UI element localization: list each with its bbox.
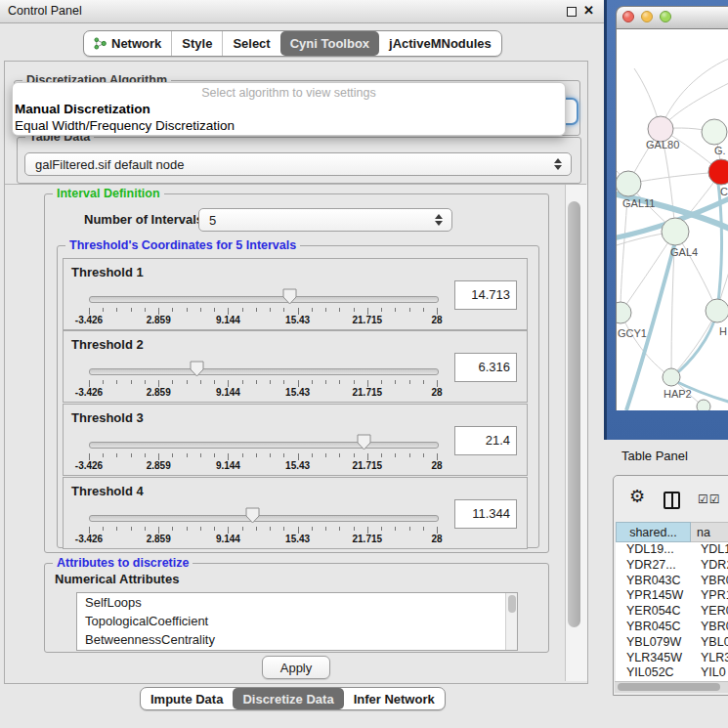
slider-track[interactable] [89,368,439,375]
tab-jactivemnodules[interactable]: jActiveMNodules [379,31,501,56]
network-node[interactable] [697,400,710,410]
slider-thumb[interactable] [357,434,371,450]
dropdown-option-manual-discretization[interactable]: Manual Discretization [15,102,150,116]
network-node[interactable] [702,119,727,145]
tab-select[interactable]: Select [222,31,279,56]
tab-network[interactable]: Network [84,31,171,56]
table-cell[interactable]: YLR3 [701,651,728,664]
tick-mark [116,527,117,531]
number-of-intervals-label: Number of Intervals [84,212,203,227]
list-item-selfloops[interactable]: SelfLoops [77,593,517,612]
gear-icon[interactable]: ⚙ [629,488,645,505]
list-scrollbar-thumb[interactable] [508,595,516,613]
tick-mark [158,380,159,387]
tick-mark [312,453,313,457]
tab-style[interactable]: Style [171,31,222,56]
table-cell[interactable]: YDL19... [626,542,674,556]
table-cell[interactable]: YBR043C [626,574,681,587]
dropdown-option-equal-width-frequency[interactable]: Equal Width/Frequency Discretization [15,118,235,133]
split-column-icon[interactable] [664,492,680,509]
tab-select-label: Select [233,36,270,51]
table-cell[interactable]: YPR145W [626,588,683,602]
main-scrollbar-thumb[interactable] [568,201,580,627]
numerical-attributes-label: Numerical Attributes [55,572,179,586]
close-icon[interactable]: ✕ [583,3,594,18]
close-button[interactable] [622,11,634,22]
column-header-shared-[interactable]: shared... [616,522,691,542]
network-node[interactable] [617,302,631,323]
table-cell[interactable]: YDL1 [701,542,728,556]
tick-mark [298,308,299,315]
table-cell[interactable]: YBR045C [626,620,681,633]
tick-label: -3.426 [75,315,103,325]
tick-mark [381,308,382,312]
table-cell[interactable]: YER054C [626,604,681,618]
slider-track[interactable] [89,442,439,449]
table-cell[interactable]: YDR27... [626,558,676,572]
node-label: H [719,325,727,337]
network-canvas[interactable]: GAL80G.CGAL11GAL4GCY1HHAP2 [616,29,728,410]
slider-thumb[interactable] [245,507,260,524]
zoom-button[interactable] [660,11,671,22]
threshold-value-input[interactable]: 6.316 [454,353,517,382]
tick-mark [409,453,410,457]
threshold-value-input[interactable]: 21.4 [454,426,517,455]
tick-mark [89,527,90,534]
tick-mark [131,527,132,531]
minimize-button[interactable] [641,11,653,22]
tab-cyni-toolbox[interactable]: Cyni Toolbox [280,31,379,56]
list-item-topologicalcoefficient[interactable]: TopologicalCoefficient [77,612,517,630]
table-cell[interactable]: YBL0 [701,635,728,649]
list-item-betweennesscentrality[interactable]: BetweennessCentrality [77,630,517,649]
table-cell[interactable]: YLR345W [626,651,682,664]
slider-thumb[interactable] [282,288,297,305]
list-scrollbar-track[interactable] [505,593,517,650]
tick-mark [172,527,173,531]
threshold-value-input[interactable]: 14.713 [454,280,517,310]
number-of-intervals-combobox[interactable]: 5 [198,208,452,232]
screen: Control Panel ✕ NetworkStyleSelectCyni T… [0,0,728,728]
node-label: GAL80 [646,139,679,150]
network-node[interactable] [708,159,728,185]
table-row: YDL19...YDL1 [616,542,728,558]
network-node[interactable] [662,218,689,245]
tick-mark [228,380,229,387]
network-node[interactable] [663,368,680,386]
table-cell[interactable]: YDR2 [701,558,728,572]
table-cell[interactable]: YPR1 [701,588,728,602]
table-cell[interactable]: YBR0 [701,574,728,587]
table-cell[interactable]: YIL0 [701,665,726,679]
apply-button[interactable]: Apply [262,656,330,679]
tick-mark [187,527,188,531]
tick-mark [423,380,424,384]
tick-label: 21.715 [353,460,383,471]
tab-infer-network[interactable]: Infer Network [344,688,445,709]
tick-mark [298,380,299,387]
table-cell[interactable]: YBL079W [626,635,681,649]
tick-mark [381,527,382,531]
tab-impute-data[interactable]: Impute Data [141,688,233,709]
tick-label: 28 [431,315,442,325]
tick-mark [283,527,284,531]
tick-label: 9.144 [216,460,240,471]
slider-thumb[interactable] [190,361,204,377]
network-node[interactable] [706,299,728,322]
tick-mark [89,380,90,387]
slider-track[interactable] [89,296,439,303]
threshold-value-input[interactable]: 11.344 [454,499,517,529]
tick-mark [409,527,410,531]
table-cell[interactable]: YBR0 [701,620,728,633]
column-header-na[interactable]: na [691,522,728,542]
tick-mark [158,527,159,534]
tab-discretize-data[interactable]: Discretize Data [233,688,343,709]
algorithm-dropdown-popup: Select algorithm to view settings Manual… [12,82,566,136]
slider-track[interactable] [89,515,439,522]
table-data-combobox[interactable]: galFiltered.sif default node [24,152,572,176]
table-cell[interactable]: YER0 [701,604,728,618]
threshold-label: Threshold 3 [71,410,144,425]
checkbox-icons[interactable]: ☑☑ [698,492,721,506]
table-hscrollbar-thumb[interactable] [618,683,720,691]
network-node[interactable] [617,171,641,196]
float-window-icon[interactable] [567,7,577,17]
table-cell[interactable]: YIL052C [626,665,674,679]
